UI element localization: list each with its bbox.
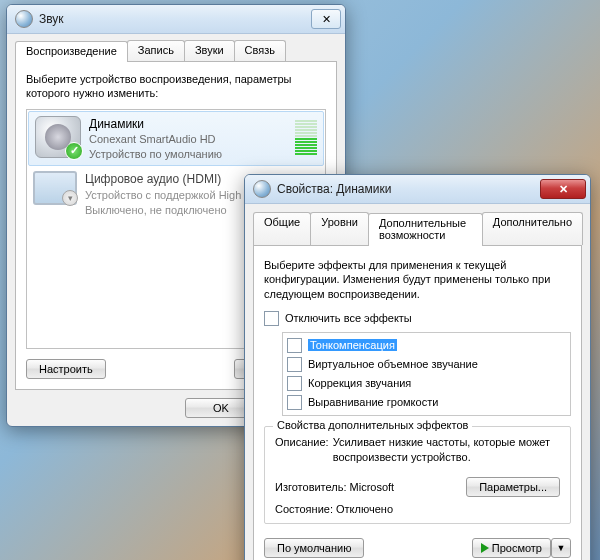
effect-label: Виртуальное объемное звучание <box>308 358 478 370</box>
effect-properties-group: Свойства дополнительных эффектов Описани… <box>264 426 571 524</box>
effect-item[interactable]: Тонкомпенсация <box>287 336 566 355</box>
tab-recording[interactable]: Запись <box>127 40 185 61</box>
play-icon <box>481 543 489 553</box>
sound-icon <box>15 10 33 28</box>
effect-label: Выравнивание громкости <box>308 396 438 408</box>
instruction-text: Выберите устройство воспроизведения, пар… <box>26 72 326 101</box>
tab-advanced[interactable]: Дополнительно <box>482 212 583 245</box>
preview-button[interactable]: Просмотр <box>472 538 551 558</box>
tab-communications[interactable]: Связь <box>234 40 286 61</box>
tabs: Воспроизведение Запись Звуки Связь <box>15 40 337 62</box>
speaker-icon <box>253 180 271 198</box>
state-value: Отключено <box>336 503 393 515</box>
instruction-text: Выберите эффекты для применения к текуще… <box>264 258 571 301</box>
effect-checkbox[interactable] <box>287 357 302 372</box>
vendor-value: Microsoft <box>350 481 395 493</box>
tab-general[interactable]: Общие <box>253 212 311 245</box>
titlebar[interactable]: Свойства: Динамики ✕ <box>245 175 590 204</box>
effect-label: Коррекция звучания <box>308 377 411 389</box>
configure-button[interactable]: Настроить <box>26 359 106 379</box>
close-button[interactable]: ✕ <box>540 179 586 199</box>
parameters-button[interactable]: Параметры... <box>466 477 560 497</box>
effect-item[interactable]: Выравнивание громкости <box>287 393 566 412</box>
titlebar[interactable]: Звук ✕ <box>7 5 345 34</box>
window-title: Свойства: Динамики <box>277 182 540 196</box>
effect-checkbox[interactable] <box>287 395 302 410</box>
level-meter-icon <box>295 120 317 155</box>
restore-defaults-button[interactable]: По умолчанию <box>264 538 364 558</box>
close-button[interactable]: ✕ <box>311 9 341 29</box>
disable-all-checkbox[interactable] <box>264 311 279 326</box>
chevron-down-icon: ▼ <box>557 543 566 553</box>
group-title: Свойства дополнительных эффектов <box>273 419 472 431</box>
state-label: Состояние: <box>275 503 333 515</box>
preview-dropdown-button[interactable]: ▼ <box>551 538 571 558</box>
tab-enhancements[interactable]: Дополнительные возможности <box>368 213 483 246</box>
window-title: Звук <box>39 12 311 26</box>
device-item[interactable]: ✓ Динамики Conexant SmartAudio HD Устрой… <box>28 111 324 167</box>
tab-playback[interactable]: Воспроизведение <box>15 41 128 62</box>
device-driver: Conexant SmartAudio HD <box>89 132 287 147</box>
effects-list[interactable]: Тонкомпенсация Виртуальное объемное звуч… <box>282 332 571 416</box>
tabs: Общие Уровни Дополнительные возможности … <box>253 212 582 246</box>
effect-item[interactable]: Виртуальное объемное звучание <box>287 355 566 374</box>
tab-sounds[interactable]: Звуки <box>184 40 235 61</box>
monitor-icon: ▾ <box>33 171 77 205</box>
preview-label: Просмотр <box>492 542 542 554</box>
device-name: Динамики <box>89 116 287 132</box>
device-status: Устройство по умолчанию <box>89 147 287 162</box>
effect-checkbox[interactable] <box>287 376 302 391</box>
speaker-icon: ✓ <box>35 116 81 158</box>
effect-checkbox[interactable] <box>287 338 302 353</box>
description-text: Усиливает низкие частоты, которые может … <box>333 435 560 465</box>
default-check-icon: ✓ <box>65 142 83 160</box>
disabled-badge-icon: ▾ <box>62 190 78 206</box>
vendor-label: Изготовитель: <box>275 481 347 493</box>
disable-all-label: Отключить все эффекты <box>285 312 412 324</box>
effect-item[interactable]: Коррекция звучания <box>287 374 566 393</box>
close-icon: ✕ <box>322 13 331 26</box>
tab-levels[interactable]: Уровни <box>310 212 369 245</box>
description-label: Описание: <box>275 435 329 465</box>
properties-window: Свойства: Динамики ✕ Общие Уровни Дополн… <box>244 174 591 560</box>
close-icon: ✕ <box>559 183 568 196</box>
effect-label: Тонкомпенсация <box>308 339 397 351</box>
